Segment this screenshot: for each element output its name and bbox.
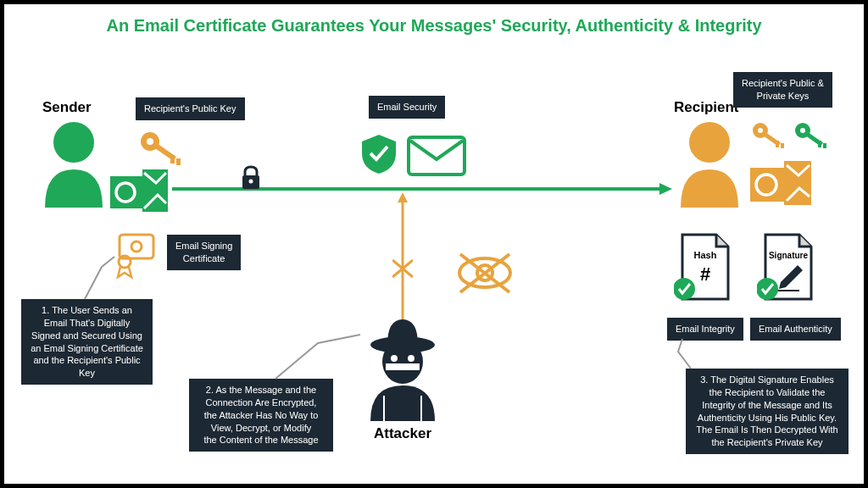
connector-lines [4,4,868,488]
